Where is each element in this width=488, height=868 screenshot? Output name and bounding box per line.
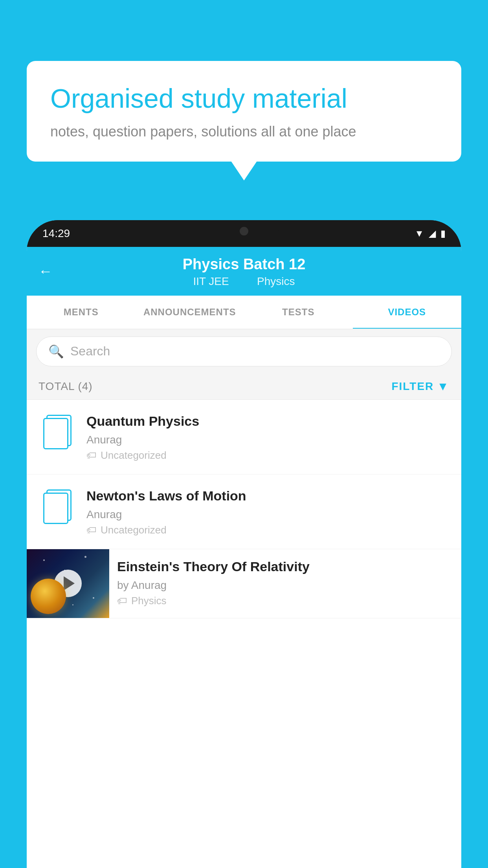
video-item-3[interactable]: Einstein's Theory Of Relativity by Anura… [27,549,461,618]
tab-ments[interactable]: MENTS [27,296,136,329]
search-input[interactable]: Search [70,344,110,359]
video-tag-1: 🏷 Uncategorized [86,449,450,462]
file-icon-1 [43,415,72,449]
video-icon-1 [38,412,77,452]
header-subtitle-part1: IIT JEE [193,275,229,287]
video-title-3: Einstein's Theory Of Relativity [117,558,453,575]
video-title-1: Quantum Physics [86,412,450,430]
header-subtitle-separator [242,275,248,287]
back-button[interactable]: ← [39,263,53,280]
bubble-subtitle: notes, question papers, solutions all at… [50,123,438,140]
header-title: Physics Batch 12 [39,256,449,274]
filter-button[interactable]: FILTER ▼ [391,380,449,393]
video-thumbnail-3 [27,549,109,618]
search-icon: 🔍 [48,344,64,359]
file-icon-front-1 [43,418,68,449]
status-time: 14:29 [42,227,70,240]
tab-tests[interactable]: TESTS [244,296,353,329]
video-item-1[interactable]: Quantum Physics Anurag 🏷 Uncategorized [27,400,461,474]
phone-frame: 14:29 ▼ ◢ ▮ ← Physics Batch 12 IIT JEE P… [27,220,461,868]
signal-icon: ◢ [429,228,436,239]
wifi-icon: ▼ [415,228,424,239]
video-info-3: Einstein's Theory Of Relativity by Anura… [109,549,461,616]
tab-bar: MENTS ANNOUNCEMENTS TESTS VIDEOS [27,296,461,329]
bubble-title: Organised study material [50,83,438,115]
filter-bar: TOTAL (4) FILTER ▼ [27,373,461,400]
status-icons: ▼ ◢ ▮ [415,228,446,239]
video-author-1: Anurag [86,434,450,446]
video-author-2: Anurag [86,508,450,521]
video-icon-2 [38,487,77,526]
tab-announcements[interactable]: ANNOUNCEMENTS [136,296,244,329]
search-container: 🔍 Search [27,329,461,373]
speech-bubble-container: Organised study material notes, question… [27,61,461,162]
video-author-3: by Anurag [117,579,453,592]
video-tag-3: 🏷 Physics [117,595,453,607]
app-header: ← Physics Batch 12 IIT JEE Physics [27,247,461,296]
planet-decoration [31,579,66,614]
filter-label: FILTER [391,380,434,393]
video-title-2: Newton's Laws of Motion [86,487,450,504]
tag-icon-2: 🏷 [86,524,97,536]
video-tag-2: 🏷 Uncategorized [86,524,450,536]
tag-icon-1: 🏷 [86,449,97,462]
tag-icon-3: 🏷 [117,595,127,607]
video-item-2[interactable]: Newton's Laws of Motion Anurag 🏷 Uncateg… [27,474,461,549]
video-tag-label-1: Uncategorized [101,449,167,462]
header-subtitle-part2: Physics [257,275,295,287]
video-tag-label-3: Physics [131,595,167,607]
video-list: Quantum Physics Anurag 🏷 Uncategorized [27,400,461,618]
file-icon-front-2 [43,493,68,524]
phone-notch [209,220,279,242]
total-count-label: TOTAL (4) [39,380,93,393]
camera-dot [240,227,248,235]
filter-funnel-icon: ▼ [437,380,449,393]
tab-videos[interactable]: VIDEOS [353,296,462,329]
file-icon-2 [43,489,72,524]
video-tag-label-2: Uncategorized [101,524,167,536]
speech-bubble: Organised study material notes, question… [27,61,461,162]
battery-icon: ▮ [440,228,446,239]
video-info-1: Quantum Physics Anurag 🏷 Uncategorized [86,412,450,462]
header-subtitle: IIT JEE Physics [39,275,449,288]
phone-top-bar: 14:29 ▼ ◢ ▮ [27,220,461,247]
video-info-2: Newton's Laws of Motion Anurag 🏷 Uncateg… [86,487,450,536]
phone-screen: ← Physics Batch 12 IIT JEE Physics MENTS… [27,247,461,868]
search-bar[interactable]: 🔍 Search [36,337,452,366]
